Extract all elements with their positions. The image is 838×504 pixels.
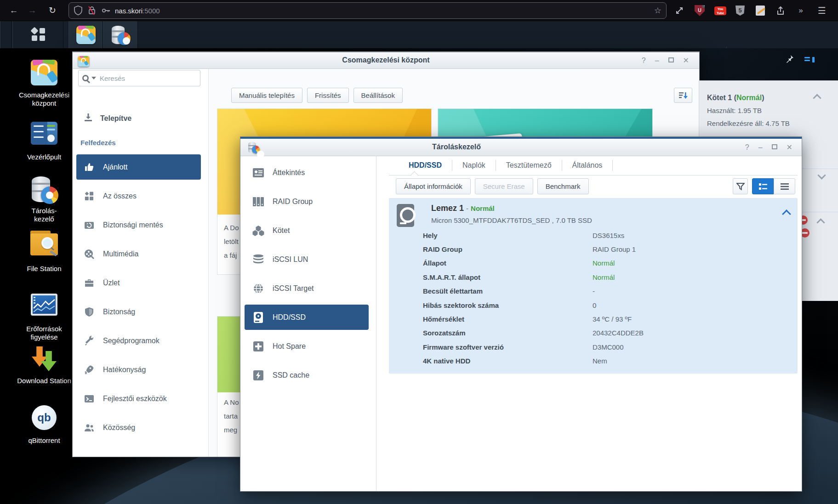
sidebar-item-installed[interactable]: Telepítve — [73, 109, 208, 128]
storage-tabs: HDD/SSD Naplók Tesztütemező Általános — [399, 155, 613, 175]
widget-expand-icon[interactable] — [818, 172, 825, 179]
widget-collapse-icon[interactable] — [817, 217, 824, 225]
sidebar-item-security[interactable]: Biztonság — [73, 297, 208, 326]
permissions-key-icon[interactable] — [101, 6, 111, 16]
sidebar-item-backup[interactable]: Biztonsági mentés — [73, 210, 208, 239]
adblock-badge: 9 — [702, 2, 708, 8]
taskbar-app-package-center[interactable] — [68, 21, 103, 48]
window-controls: ? ‒ ✕ — [642, 56, 689, 65]
package-description: A No tarta meg — [224, 396, 239, 437]
sidebar-section-discover: Felfedezés — [73, 139, 116, 147]
share-icon[interactable] — [773, 3, 788, 18]
storage-manager-titlebar[interactable]: Tároláskezelő ? ‒ ✕ — [240, 139, 802, 156]
benchmark-button[interactable]: Benchmark — [537, 178, 589, 194]
collapse-panel-icon[interactable] — [783, 209, 790, 216]
minimize-button[interactable]: ‒ — [655, 56, 659, 65]
desktop-icon-resource-monitor[interactable]: Erőforrásokfigyelése — [10, 291, 79, 341]
sidebar-item-utilities[interactable]: Segédprogramok — [73, 326, 208, 355]
stylus-icon[interactable] — [753, 3, 768, 18]
sidebar-item-overview[interactable]: Áttekintés — [240, 158, 376, 187]
widget-panel-controls — [775, 54, 815, 65]
help-button[interactable]: ? — [745, 143, 749, 152]
search-icon — [82, 75, 89, 81]
terminal-icon — [83, 393, 96, 404]
detail-row: Sorozatszám20432C4DDE2B — [389, 326, 798, 340]
show-desktop-button[interactable] — [0, 21, 12, 48]
package-search-box[interactable] — [78, 70, 200, 86]
taskbar-app-storage-manager[interactable] — [103, 21, 138, 48]
storage-action-buttons: Állapot információk Secure Erase Benchma… — [396, 178, 589, 194]
tab-logs[interactable]: Naplók — [452, 161, 496, 170]
sidebar-item-developer-tools[interactable]: Fejlesztői eszközök — [73, 384, 208, 413]
widget-collapse-icon[interactable] — [813, 93, 821, 100]
sidebar-item-iscsi-target[interactable]: iSCSI Target — [240, 274, 376, 303]
bookmark-star-icon[interactable]: ☆ — [654, 6, 661, 16]
maximize-button[interactable] — [668, 57, 674, 62]
minimize-button[interactable]: ‒ — [758, 143, 763, 152]
sidebar-item-business[interactable]: Üzlet — [73, 268, 208, 297]
help-button[interactable]: ? — [642, 56, 646, 65]
disk-model: Micron 5300_MTFDDAK7T6TDS_SED , 7.0 TB S… — [431, 216, 592, 224]
desktop-icon-package-center[interactable]: Csomagkezelésiközpont — [10, 59, 79, 108]
main-menu-button[interactable] — [12, 21, 63, 48]
widget-pin-icon[interactable] — [785, 54, 794, 65]
refresh-button[interactable]: Frissítés — [307, 88, 349, 103]
sidebar-item-ssd-cache[interactable]: SSD cache — [240, 361, 376, 390]
window-title: Tároláskezelő — [240, 143, 673, 151]
tab-test-scheduler[interactable]: Tesztütemező — [496, 161, 562, 170]
hamburger-menu-icon[interactable]: ☰ — [815, 3, 829, 18]
sidebar-item-hot-spare[interactable]: Hot Spare — [240, 332, 376, 361]
desktop-icon-storage-manager[interactable]: Tárolás-kezelő — [10, 176, 79, 223]
package-center-titlebar[interactable]: Csomagkezelési központ ? ‒ ✕ — [73, 52, 699, 69]
close-button[interactable]: ✕ — [787, 143, 792, 152]
search-filter-dropdown-icon[interactable] — [91, 77, 96, 79]
desktop-icon-qbittorrent[interactable]: qb qBittorrent — [10, 403, 79, 445]
close-button[interactable]: ✕ — [683, 56, 689, 65]
desktop-icon-file-station[interactable]: File Station — [10, 230, 79, 273]
sidebar-item-community[interactable]: Közösség — [73, 413, 208, 442]
tracking-shield-icon[interactable] — [74, 6, 84, 16]
html5-icon[interactable]: 5 — [733, 3, 747, 18]
storage-manager-icon — [110, 25, 131, 45]
volume-status: Normál — [736, 94, 762, 102]
sidebar-item-raid-group[interactable]: RAID Group — [240, 187, 376, 216]
detail-row: 4K native HDDNem — [389, 354, 798, 368]
sidebar-item-all[interactable]: Az összes — [73, 181, 208, 210]
sidebar-item-productivity[interactable]: Hatékonyság — [73, 355, 208, 384]
volume-widget-title: Kötet 1 (Normál) — [707, 94, 764, 102]
grid-icon — [83, 191, 96, 202]
maximize-button[interactable] — [772, 144, 777, 149]
search-input[interactable] — [99, 74, 196, 83]
detail-view-button[interactable] — [752, 178, 774, 194]
desktop-icon-download-station[interactable]: Download Station — [10, 345, 79, 385]
filter-button[interactable] — [733, 178, 748, 194]
list-view-button[interactable] — [774, 178, 795, 194]
browser-address-bar[interactable]: nas.skori:5000 ☆ — [68, 2, 667, 19]
storage-sidebar: Áttekintés RAID Group Kötet iSCSI LUN iS… — [240, 156, 376, 491]
browser-reload-button[interactable]: ↻ — [46, 4, 59, 17]
tab-general[interactable]: Általános — [562, 161, 613, 170]
youtube-icon[interactable]: YouTube — [713, 3, 728, 18]
secure-erase-button[interactable]: Secure Erase — [475, 178, 533, 194]
sidebar-item-iscsi-lun[interactable]: iSCSI LUN — [240, 245, 376, 274]
detail-row: ÁllapotNormál — [389, 256, 798, 270]
fullscreen-icon[interactable] — [672, 3, 687, 18]
sort-button[interactable] — [674, 88, 692, 103]
tab-hdd-ssd[interactable]: HDD/SSD — [399, 161, 452, 170]
sidebar-item-volume[interactable]: Kötet — [240, 216, 376, 245]
thumbs-up-icon — [83, 162, 96, 173]
browser-back-button[interactable]: ← — [7, 4, 21, 17]
widget-panel-icon[interactable] — [804, 56, 815, 63]
sidebar-item-hdd-ssd[interactable]: HDD/SSD — [245, 305, 369, 330]
desktop-icon-control-panel[interactable]: Vezérlőpult — [10, 119, 79, 161]
disk-panel[interactable]: Lemez 1 - Normál Micron 5300_MTFDDAK7T6T… — [389, 198, 798, 374]
status-info-button[interactable]: Állapot információk — [396, 178, 471, 194]
browser-forward-button[interactable]: → — [25, 4, 39, 17]
adblock-icon[interactable]: YouU9 — [692, 3, 707, 18]
sidebar-item-multimedia[interactable]: Multimédia — [73, 239, 208, 268]
settings-button[interactable]: Beállítások — [353, 88, 403, 103]
insecure-lock-icon[interactable] — [87, 6, 97, 16]
sidebar-item-recommended[interactable]: Ajánlott — [76, 154, 201, 180]
overflow-menu-icon[interactable]: » — [793, 3, 808, 18]
manual-install-button[interactable]: Manuális telepítés — [231, 88, 302, 103]
